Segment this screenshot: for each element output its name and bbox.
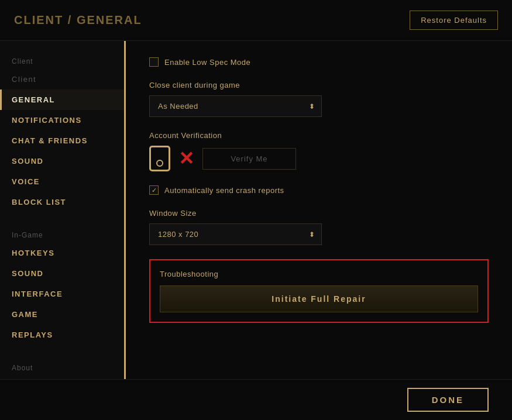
phone-icon [149,146,170,171]
verify-me-button[interactable]: Verify Me [202,148,296,170]
crash-reports-setting: Automatically send crash reports [149,185,489,195]
sidebar-item-general[interactable]: GENERAL [0,89,124,110]
account-verify-setting: Account Verification ✕ Verify Me [149,131,489,171]
account-verify-row: ✕ Verify Me [149,146,489,171]
close-client-dropdown-wrapper: As Needed Never Always ⬍ [149,95,322,117]
low-spec-checkbox[interactable] [149,57,159,67]
low-spec-setting: Enable Low Spec Mode [149,57,489,67]
title-section: GENERAL [77,13,142,26]
low-spec-label: Enable Low Spec Mode [164,58,250,67]
title-client: CLIENT [14,13,63,26]
sidebar-item-voice[interactable]: VOICE [0,171,124,192]
restore-defaults-button[interactable]: Restore Defaults [410,11,498,30]
done-button[interactable]: DONE [407,388,489,412]
title-separator: / [68,13,77,26]
main-content: Client Client GENERAL NOTIFICATIONS CHAT… [0,41,512,379]
initiate-full-repair-button[interactable]: Initiate Full Repair [160,285,478,312]
window-size-dropdown-wrapper: 1280 x 720 1600 x 900 1920 x 1080 ⬍ [149,223,322,245]
sidebar-item-chat-friends[interactable]: CHAT & FRIENDS [0,130,124,151]
crash-reports-checkbox[interactable] [149,185,159,195]
sidebar-item-hotkeys[interactable]: HOTKEYS [0,243,124,263]
crash-reports-label: Automatically send crash reports [164,186,284,195]
x-mark-icon: ✕ [178,149,194,168]
header: CLIENT / GENERAL Restore Defaults [0,0,512,41]
sidebar-item-sound-client[interactable]: SOUND [0,151,124,171]
troubleshoot-label: Troubleshooting [160,270,478,278]
sidebar: Client Client GENERAL NOTIFICATIONS CHAT… [0,41,126,379]
close-client-dropdown[interactable]: As Needed Never Always [149,95,322,117]
sidebar-item-notifications[interactable]: NOTIFICATIONS [0,110,124,130]
window-size-label: Window Size [149,209,489,218]
sidebar-item-replays[interactable]: REPLAYS [0,325,124,345]
sidebar-item-sound-ingame[interactable]: SOUND [0,263,124,284]
sidebar-section-client: Client [0,50,124,69]
troubleshoot-setting: Troubleshooting Initiate Full Repair [149,259,489,323]
window-size-dropdown[interactable]: 1280 x 720 1600 x 900 1920 x 1080 [149,223,322,245]
sidebar-item-interface[interactable]: INTERFACE [0,284,124,304]
sidebar-item-block-list[interactable]: BLOCK LIST [0,192,124,212]
sidebar-section-about: About [0,357,124,376]
footer: DONE [0,379,512,420]
window-size-setting: Window Size 1280 x 720 1600 x 900 1920 x… [149,209,489,245]
close-client-setting: Close client during game As Needed Never… [149,81,489,117]
close-client-label: Close client during game [149,81,489,89]
troubleshoot-box: Troubleshooting Initiate Full Repair [149,259,489,323]
sidebar-item-game[interactable]: GAME [0,304,124,325]
page-title: CLIENT / GENERAL [14,13,142,27]
sidebar-item-client-parent[interactable]: Client [0,69,124,89]
sidebar-section-ingame: In-Game [0,224,124,243]
account-verify-label: Account Verification [149,131,489,140]
settings-content: Enable Low Spec Mode Close client during… [126,41,512,379]
